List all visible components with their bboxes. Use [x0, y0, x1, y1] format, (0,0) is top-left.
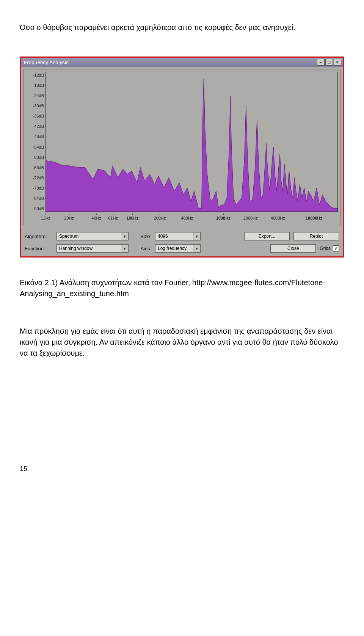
- titlebar[interactable]: Frequency Analysis – □ ×: [21, 58, 343, 67]
- chart-area: -12dB-18dB-24dB-30dB-36dB-42dB-48dB-54dB…: [23, 69, 340, 225]
- x-tick: 2000Hz: [243, 216, 258, 220]
- spectrum-plot: [46, 72, 338, 212]
- x-tick: 4000Hz: [271, 216, 285, 220]
- chevron-down-icon: ▼: [193, 245, 200, 252]
- chevron-down-icon: ▼: [121, 232, 128, 240]
- y-tick: -84dB: [33, 196, 44, 201]
- y-tick: -48dB: [33, 134, 44, 139]
- window-title: Frequency Analysis: [24, 60, 69, 65]
- y-tick: -60dB: [33, 155, 44, 160]
- page-number: 15: [20, 465, 344, 473]
- y-tick: -12dB: [33, 73, 44, 77]
- chevron-down-icon: ▼: [193, 232, 200, 240]
- chevron-down-icon: ▼: [121, 245, 128, 252]
- axis-combo[interactable]: Log frequency ▼: [155, 244, 201, 253]
- x-tick: 100Hz: [126, 216, 138, 220]
- y-tick: -30dB: [33, 104, 44, 108]
- figure-caption: Εικόνα 2.1) Ανάλυση συχνοτήτων κατά τον …: [20, 277, 342, 299]
- y-tick: -78dB: [33, 186, 44, 190]
- grids-toggle[interactable]: Grids ✓: [320, 245, 339, 251]
- y-tick: -18dB: [33, 83, 44, 88]
- algorithm-combo[interactable]: Spectrum ▼: [56, 232, 129, 240]
- function-combo[interactable]: Hanning window ▼: [56, 244, 129, 253]
- x-tick: 40Hz: [91, 216, 101, 220]
- size-label: Size:: [132, 234, 151, 239]
- frequency-analysis-window: Frequency Analysis – □ × -12dB-18dB-24dB…: [20, 57, 344, 258]
- x-tick: 61Hz: [108, 216, 118, 220]
- paragraph: Μια πρόκληση για εμάς είναι ότι αυτή η π…: [20, 326, 342, 359]
- x-tick: 10000Hz: [306, 216, 322, 220]
- x-tick: 400Hz: [181, 216, 193, 220]
- y-tick: -54dB: [33, 145, 44, 149]
- algorithm-label: Algorithm:: [25, 234, 53, 239]
- y-axis: -12dB-18dB-24dB-30dB-36dB-42dB-48dB-54dB…: [24, 69, 46, 212]
- controls-panel: Algorithm: Spectrum ▼ Size: 4096 ▼ Expor…: [21, 225, 343, 256]
- y-tick: -72dB: [33, 176, 44, 180]
- intro-text: Όσο ο θόρυβος παραμένει αρκετά χαμηλότερ…: [20, 22, 344, 33]
- size-combo[interactable]: 4096 ▼: [155, 232, 201, 240]
- function-label: Function:: [25, 246, 53, 251]
- x-tick: 200Hz: [154, 216, 166, 220]
- y-tick: -24dB: [33, 93, 44, 98]
- x-tick: 20Hz: [64, 216, 74, 220]
- x-tick: 11Hz: [41, 216, 50, 220]
- close-button[interactable]: Close: [270, 244, 316, 253]
- x-tick: 1000Hz: [216, 216, 231, 220]
- replot-button[interactable]: Replot: [293, 232, 339, 240]
- y-tick: -42dB: [33, 124, 44, 129]
- export-button[interactable]: Export...: [244, 232, 290, 240]
- minimize-icon[interactable]: –: [317, 59, 325, 66]
- y-tick: -36dB: [33, 114, 44, 118]
- x-axis: 11Hz20Hz40Hz61Hz100Hz200Hz400Hz1000Hz200…: [46, 214, 338, 223]
- y-tick: -90dB: [33, 206, 44, 211]
- y-tick: -66dB: [33, 165, 44, 170]
- close-icon[interactable]: ×: [334, 59, 341, 66]
- axis-label: Axis:: [132, 246, 151, 251]
- checkbox-icon: ✓: [333, 245, 339, 251]
- maximize-icon[interactable]: □: [325, 59, 333, 66]
